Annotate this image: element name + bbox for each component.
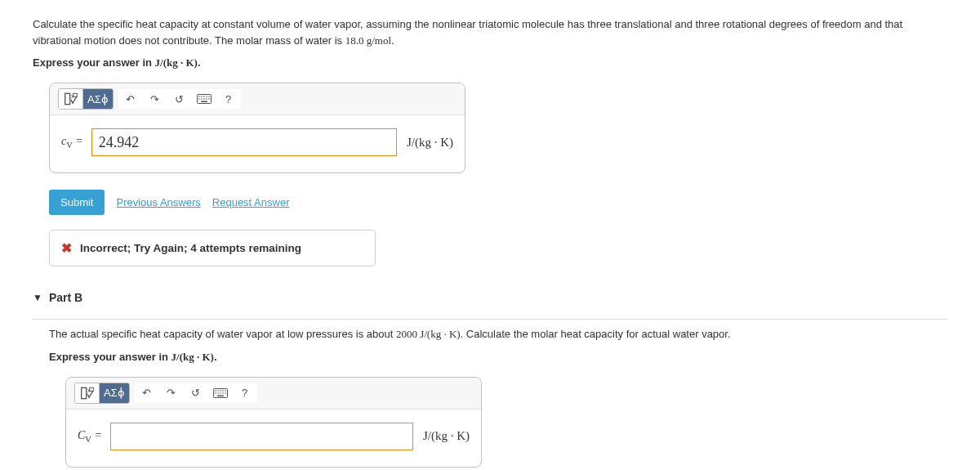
help-button-b[interactable]: ?: [233, 383, 257, 403]
svg-point-26: [220, 392, 221, 394]
svg-point-7: [206, 96, 207, 97]
templates-button-b[interactable]: x: [75, 383, 100, 403]
templates-button[interactable]: x: [59, 89, 83, 109]
part-a-section: Calculate the specific heat capacity at …: [33, 16, 947, 266]
svg-rect-14: [201, 101, 207, 103]
action-row-a: Submit Previous Answers Request Answer: [49, 190, 947, 215]
instr-prefix: Express your answer in: [33, 56, 155, 69]
svg-point-23: [225, 390, 226, 392]
answer-box-a: x ΑΣϕ ↶ ↷ ↺ ? cV = J/(kg · K): [49, 83, 466, 173]
svg-point-25: [217, 392, 219, 394]
instruction-a: Express your answer in J/(kg · K).: [33, 56, 947, 69]
svg-point-28: [225, 392, 226, 394]
instr-b-prefix: Express your answer in: [49, 351, 172, 363]
symbols-button-b[interactable]: ΑΣϕ: [100, 383, 129, 403]
help-button[interactable]: ?: [216, 89, 241, 109]
feedback-text: Incorrect; Try Again; 4 attempts remaini…: [80, 242, 301, 254]
part-b-section: The actual specific heat capacity of wat…: [49, 326, 947, 468]
molar-mass: 18.0 g/mol: [345, 34, 391, 47]
answer-input-a[interactable]: [91, 128, 397, 156]
undo-button-b[interactable]: ↶: [135, 383, 159, 403]
q-b-end: . Calculate the molar heat capacity for …: [461, 328, 731, 340]
svg-point-20: [217, 390, 219, 392]
lhs-sub: V: [66, 141, 73, 150]
input-row-b: CV = J/(kg · K): [66, 410, 481, 467]
svg-point-21: [220, 390, 221, 392]
undo-button[interactable]: ↶: [118, 89, 143, 109]
svg-point-24: [215, 392, 216, 394]
question-text-b: The actual specific heat capacity of wat…: [49, 326, 947, 342]
svg-point-9: [198, 98, 200, 100]
lhs-b-sym: C: [78, 429, 85, 441]
svg-rect-0: [65, 93, 69, 104]
reset-button[interactable]: ↺: [167, 89, 192, 109]
keyboard-icon: [213, 388, 228, 398]
equals: =: [73, 135, 83, 147]
templates-icon: x: [81, 387, 94, 400]
keyboard-button[interactable]: [192, 89, 216, 109]
unit-a: J/(kg · K): [407, 136, 453, 150]
mode-group-b: x ΑΣϕ: [74, 383, 130, 404]
svg-point-12: [206, 98, 207, 100]
part-b-title: Part B: [49, 291, 82, 304]
request-answer-link[interactable]: Request Answer: [212, 196, 290, 208]
unit-b: J/(kg · K): [423, 429, 470, 443]
instr-b-unit: J/(kg · K): [172, 351, 214, 363]
feedback-box: ✖ Incorrect; Try Again; 4 attempts remai…: [49, 230, 376, 266]
svg-point-5: [201, 96, 203, 97]
instr-unit: J/(kg · K): [155, 56, 198, 69]
svg-point-8: [208, 96, 210, 97]
lhs-b-sub: V: [85, 434, 91, 443]
question-text-a: Calculate the specific heat capacity at …: [33, 16, 947, 48]
svg-rect-15: [81, 387, 86, 398]
svg-point-6: [203, 96, 205, 97]
instruction-b: Express your answer in J/(kg · K).: [49, 351, 947, 364]
instr-b-suffix: .: [214, 351, 217, 363]
keyboard-button-b[interactable]: [208, 383, 233, 403]
equation-toolbar-b: x ΑΣϕ ↶ ↷ ↺ ?: [66, 378, 481, 410]
symbols-button[interactable]: ΑΣϕ: [83, 89, 113, 109]
svg-point-27: [222, 392, 224, 394]
svg-point-19: [215, 390, 216, 392]
given-value: 2000 J/(kg · K): [396, 328, 461, 340]
part-b-header[interactable]: ▼ Part B: [33, 291, 947, 304]
caret-down-icon: ▼: [33, 292, 42, 303]
svg-point-13: [208, 98, 210, 100]
svg-point-10: [201, 98, 203, 100]
submit-button[interactable]: Submit: [49, 190, 105, 215]
question-b-body: The actual specific heat capacity of wat…: [49, 328, 396, 340]
answer-input-b[interactable]: [110, 423, 413, 450]
lhs-b: CV =: [78, 429, 102, 444]
svg-point-22: [222, 390, 224, 392]
redo-button-b[interactable]: ↷: [159, 383, 184, 403]
previous-answers-link[interactable]: Previous Answers: [116, 196, 200, 208]
mode-group: x ΑΣϕ: [58, 88, 114, 110]
equals-b: =: [91, 429, 102, 441]
keyboard-icon: [197, 94, 212, 104]
divider: [33, 319, 947, 320]
svg-point-11: [203, 98, 205, 100]
answer-box-b: x ΑΣϕ ↶ ↷ ↺ ? CV = J/(kg · K): [65, 377, 482, 468]
q-end: .: [391, 34, 394, 47]
reset-button-b[interactable]: ↺: [184, 383, 208, 403]
lhs-a: cV =: [61, 135, 83, 150]
templates-icon: x: [65, 92, 78, 105]
incorrect-icon: ✖: [61, 240, 72, 256]
instr-suffix: .: [198, 56, 201, 69]
question-body: Calculate the specific heat capacity at …: [33, 18, 902, 47]
svg-rect-29: [217, 395, 224, 396]
svg-point-4: [198, 96, 200, 97]
input-row-a: cV = J/(kg · K): [50, 115, 465, 172]
redo-button[interactable]: ↷: [143, 89, 167, 109]
equation-toolbar-a: x ΑΣϕ ↶ ↷ ↺ ?: [50, 83, 465, 115]
